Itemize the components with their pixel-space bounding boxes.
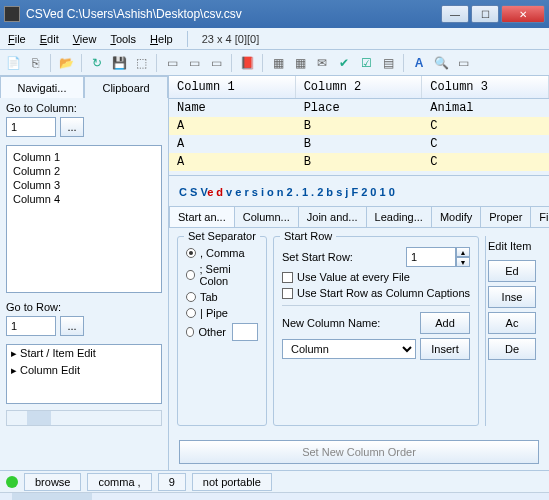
check-icon[interactable]: ✔ <box>335 54 353 72</box>
radio-semicolon[interactable]: ; Semi Colon <box>186 261 258 289</box>
menu-help[interactable]: Help <box>150 33 173 45</box>
data-grid[interactable]: Column 1 Column 2 Column 3 NamePlaceAnim… <box>169 76 549 176</box>
set-column-order-button[interactable]: Set New Column Order <box>179 440 539 464</box>
save-icon[interactable]: 💾 <box>110 54 128 72</box>
goto-column-button[interactable]: ... <box>60 117 84 137</box>
saveall-icon[interactable]: ⬚ <box>132 54 150 72</box>
setrow-label: Set Start Row: <box>282 251 402 263</box>
edit-btn4[interactable]: De <box>488 338 536 360</box>
search-icon[interactable]: 🔍 <box>432 54 450 72</box>
column-header[interactable]: Column 1 <box>169 76 296 98</box>
tree-list[interactable]: ▸ Start / Item Edit ▸ Column Edit <box>6 344 162 404</box>
other-sep-input[interactable] <box>232 323 258 341</box>
edit-item-panel: Edit Item Ed Inse Ac De <box>485 236 541 426</box>
menu-edit[interactable]: Edit <box>40 33 59 45</box>
version-banner: C S Ve d v e r s i o n 2 . 1 . 2 b s j F… <box>169 176 549 206</box>
copy-icon[interactable]: ⎘ <box>26 54 44 72</box>
app-icon <box>4 6 20 22</box>
toolbar: 📄 ⎘ 📂 ↻ 💾 ⬚ ▭ ▭ ▭ 📕 ▦ ▦ ✉ ✔ ☑ ▤ A 🔍 ▭ <box>0 50 549 76</box>
column-header[interactable]: Column 3 <box>422 76 549 98</box>
edit-btn3[interactable]: Ac <box>488 312 536 334</box>
stepper-down[interactable]: ▼ <box>456 257 470 267</box>
tab-navigation[interactable]: Navigati... <box>0 76 84 98</box>
radio-tab[interactable]: Tab <box>186 289 258 305</box>
close-button[interactable]: ✕ <box>501 5 545 23</box>
mail-icon[interactable]: ✉ <box>313 54 331 72</box>
status-char: 9 <box>158 473 186 491</box>
radio-other[interactable]: Other <box>186 321 258 343</box>
status-mode: browse <box>24 473 81 491</box>
insert-button[interactable]: Insert <box>420 338 470 360</box>
maximize-button[interactable]: ☐ <box>471 5 499 23</box>
add-button[interactable]: Add <box>420 312 470 334</box>
sub-tabs: Start an... Column... Join and... Leadin… <box>169 206 549 228</box>
tab-filter[interactable]: Filter a... <box>530 206 549 227</box>
goto-row-button[interactable]: ... <box>60 316 84 336</box>
greencheck-icon[interactable]: ☑ <box>357 54 375 72</box>
chk-use-caption[interactable]: Use Start Row as Column Captions <box>282 285 470 301</box>
content: Column 1 Column 2 Column 3 NamePlaceAnim… <box>169 76 549 470</box>
list-item[interactable]: Column 3 <box>11 178 157 192</box>
list-item[interactable]: Column 2 <box>11 164 157 178</box>
menu-view[interactable]: View <box>73 33 97 45</box>
goto-column-label: Go to Column: <box>6 102 162 114</box>
tab-proper[interactable]: Proper <box>480 206 531 227</box>
separator-fieldset: Set Separator , Comma ; Semi Colon Tab |… <box>177 236 267 426</box>
column-header[interactable]: Column 2 <box>296 76 423 98</box>
list-item[interactable]: Column 4 <box>11 192 157 206</box>
goto-row-label: Go to Row: <box>6 301 162 313</box>
stepper-up[interactable]: ▲ <box>456 247 470 257</box>
edit-btn1[interactable]: Ed <box>488 260 536 282</box>
sidebar-hscroll[interactable] <box>6 410 162 426</box>
column-list[interactable]: Column 1 Column 2 Column 3 Column 4 <box>6 145 162 293</box>
book-icon[interactable]: 📕 <box>238 54 256 72</box>
menu-tools[interactable]: Tools <box>110 33 136 45</box>
tree-item[interactable]: ▸ Start / Item Edit <box>7 345 161 362</box>
goto-column-input[interactable] <box>6 117 56 137</box>
menu-file[interactable]: File <box>8 33 26 45</box>
grid2-icon[interactable]: ▦ <box>291 54 309 72</box>
open-icon[interactable]: 📂 <box>57 54 75 72</box>
tab-leading[interactable]: Leading... <box>366 206 432 227</box>
tab-column[interactable]: Column... <box>234 206 299 227</box>
status-dot-icon <box>6 476 18 488</box>
edit-item-legend: Edit Item <box>486 236 541 256</box>
tab-clipboard[interactable]: Clipboard <box>84 76 168 98</box>
tab-join[interactable]: Join and... <box>298 206 367 227</box>
sidebar: Navigati... Clipboard Go to Column: ... … <box>0 76 169 470</box>
tab-modify[interactable]: Modify <box>431 206 481 227</box>
statusbar: browse comma , 9 not portable <box>0 470 549 492</box>
menubar: File Edit View Tools Help 23 x 4 [0][0] <box>0 28 549 50</box>
status-separator: comma , <box>87 473 151 491</box>
action2-icon[interactable]: ▭ <box>185 54 203 72</box>
menu-status: 23 x 4 [0][0] <box>202 33 259 45</box>
new-icon[interactable]: 📄 <box>4 54 22 72</box>
edit-btn2[interactable]: Inse <box>488 286 536 308</box>
tab-start[interactable]: Start an... <box>169 206 235 227</box>
newcol-select[interactable]: Column <box>282 339 416 359</box>
action3-icon[interactable]: ▭ <box>207 54 225 72</box>
extra-icon[interactable]: ▭ <box>454 54 472 72</box>
minimize-button[interactable]: — <box>441 5 469 23</box>
startrow-fieldset: Start Row Set Start Row: ▲▼ Use Value at… <box>273 236 479 426</box>
list-item[interactable]: Column 1 <box>11 150 157 164</box>
menu-separator <box>187 31 188 47</box>
status-portable: not portable <box>192 473 272 491</box>
grid1-icon[interactable]: ▦ <box>269 54 287 72</box>
newcol-label: New Column Name: <box>282 317 416 329</box>
window-title: CSVed C:\Users\Ashish\Desktop\csv.csv <box>26 7 441 21</box>
font-icon[interactable]: A <box>410 54 428 72</box>
radio-comma[interactable]: , Comma <box>186 245 258 261</box>
sheet-icon[interactable]: ▤ <box>379 54 397 72</box>
titlebar: CSVed C:\Users\Ashish\Desktop\csv.csv — … <box>0 0 549 28</box>
tree-item[interactable]: ▸ Column Edit <box>7 362 161 379</box>
action1-icon[interactable]: ▭ <box>163 54 181 72</box>
radio-pipe[interactable]: | Pipe <box>186 305 258 321</box>
chk-use-every[interactable]: Use Value at every File <box>282 269 470 285</box>
bottom-hscroll[interactable] <box>0 492 549 500</box>
setrow-input[interactable] <box>406 247 456 267</box>
refresh-icon[interactable]: ↻ <box>88 54 106 72</box>
goto-row-input[interactable] <box>6 316 56 336</box>
